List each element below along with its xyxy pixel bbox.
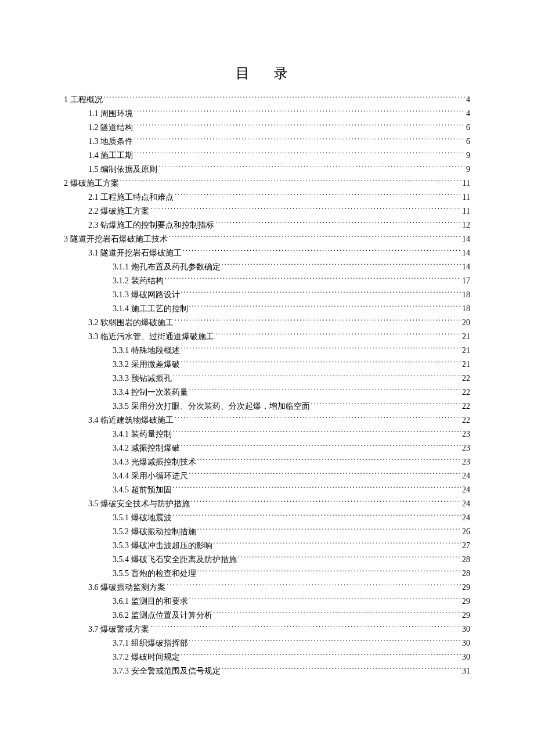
toc-entry-label: 3.5 爆破安全技术与防护措施 — [88, 497, 190, 511]
toc-leader-dots — [189, 470, 461, 478]
toc-entry-page: 24 — [462, 511, 470, 525]
toc-entry: 3.4.3 光爆减振控制技术23 — [64, 455, 470, 469]
toc-leader-dots — [173, 512, 461, 520]
toc-entry-page: 20 — [462, 316, 470, 330]
toc-entry-page: 29 — [462, 609, 470, 622]
toc-entry-page: 18 — [462, 302, 470, 316]
toc-entry-page: 28 — [462, 553, 470, 567]
toc-leader-dots — [175, 415, 461, 423]
toc-leader-dots — [238, 554, 461, 562]
toc-entry-label: 3.1 隧道开挖岩石爆破施工 — [88, 246, 182, 260]
toc-entry-label: 3.4.2 减振控制爆破 — [113, 441, 180, 455]
toc-entry-label: 3.4.1 装药量控制 — [113, 427, 172, 441]
toc-entry: 3.7.2 爆破时间规定30 — [64, 650, 470, 664]
toc-entry-label: 1.1 周围环境 — [88, 107, 133, 121]
toc-entry-label: 3.1.4 施工工艺的控制 — [113, 302, 188, 316]
toc-leader-dots — [173, 429, 461, 437]
toc-entry: 3.6.1 监测目的和要求29 — [64, 595, 470, 609]
toc-entry-page: 30 — [462, 650, 470, 664]
toc-leader-dots — [175, 317, 461, 325]
toc-leader-dots — [197, 456, 461, 465]
toc-entry-page: 29 — [462, 581, 470, 595]
toc-leader-dots — [134, 122, 465, 130]
toc-entry-page: 23 — [462, 455, 470, 469]
toc-entry: 3.1.1 炮孔布置及药孔参数确定14 — [64, 260, 470, 274]
toc-leader-dots — [214, 540, 461, 548]
toc-entry-label: 3.5.2 爆破振动控制措施 — [113, 525, 196, 539]
toc-entry: 3 隧道开挖岩石爆破施工技术14 — [64, 232, 470, 246]
toc-entry-label: 3.3 临近污水管、过街通道爆破施工 — [88, 330, 214, 344]
toc-leader-dots — [175, 192, 461, 200]
toc-entry-label: 2.2 爆破施工方案 — [88, 204, 149, 218]
toc-entry-label: 3.7.2 爆破时间规定 — [113, 650, 180, 664]
toc-entry-label: 2.3 钻爆施工的控制要点和控制指标 — [88, 218, 214, 232]
toc-entry-label: 3.6 爆破振动监测方案 — [88, 581, 165, 595]
toc-entry: 3.4 临近建筑物爆破施工22 — [64, 413, 470, 427]
toc-entry: 3.5 爆破安全技术与防护措施24 — [64, 497, 470, 511]
toc-entry: 3.7 爆破警戒方案30 — [64, 622, 470, 636]
toc-entry-label: 3.7.3 安全警戒范围及信号规定 — [113, 664, 221, 678]
toc-entry-page: 11 — [463, 190, 470, 204]
toc-leader-dots — [134, 150, 465, 158]
toc-entry-page: 27 — [462, 539, 470, 553]
toc-entry: 3.5.1 爆破地震波24 — [64, 511, 470, 525]
toc-entry: 3.4.1 装药量控制23 — [64, 427, 470, 441]
toc-leader-dots — [134, 108, 465, 116]
toc-leader-dots — [134, 136, 465, 144]
toc-entry-page: 22 — [462, 399, 470, 413]
toc-leader-dots — [150, 624, 461, 632]
toc-entry: 3.3.3 预钻减振孔22 — [64, 372, 470, 386]
toc-entry: 3.7.3 安全警戒范围及信号规定31 — [64, 664, 470, 678]
toc-entry-label: 3.2 软弱围岩的爆破施工 — [88, 316, 174, 330]
toc-entry: 1.4 施工工期9 — [64, 149, 470, 163]
toc-entry: 1.1 周围环境4 — [64, 107, 470, 121]
toc-entry: 3.3.1 特殊地段概述21 — [64, 344, 470, 358]
toc-entry-page: 26 — [462, 525, 470, 539]
toc-entry: 2 爆破施工方案11 — [64, 177, 470, 190]
toc-leader-dots — [311, 401, 461, 409]
toc-entry-page: 22 — [462, 386, 470, 399]
toc-leader-dots — [215, 331, 461, 339]
toc-entry-page: 23 — [462, 441, 470, 455]
toc-entry: 2.3 钻爆施工的控制要点和控制指标12 — [64, 218, 470, 232]
toc-entry: 3.1.2 装药结构17 — [64, 274, 470, 288]
toc-entry-page: 29 — [462, 595, 470, 609]
toc-entry-page: 21 — [462, 358, 470, 372]
toc-entry-label: 3.3.2 采用微差爆破 — [113, 358, 180, 372]
toc-entry: 3.1 隧道开挖岩石爆破施工14 — [64, 246, 470, 260]
toc-entry-page: 24 — [462, 497, 470, 511]
toc-entry-label: 3.5.1 爆破地震波 — [113, 511, 172, 525]
toc-leader-dots — [104, 94, 466, 102]
toc-leader-dots — [214, 610, 461, 618]
toc-leader-dots — [181, 345, 461, 353]
toc-entry-page: 9 — [466, 149, 470, 163]
toc-entry-label: 3.6.1 监测目的和要求 — [113, 595, 188, 609]
toc-entry-label: 3.3.4 控制一次装药量 — [113, 386, 188, 399]
toc-entry-label: 3.3.5 采用分次打眼、分次装药、分次起爆，增加临空面 — [113, 399, 310, 413]
toc-entry-page: 4 — [466, 107, 470, 121]
toc-entry-page: 22 — [462, 413, 470, 427]
toc-entry-page: 24 — [462, 483, 470, 497]
toc-entry: 3.5.5 盲炮的检查和处理28 — [64, 567, 470, 581]
toc-entry-label: 3 隧道开挖岩石爆破施工技术 — [64, 232, 168, 246]
toc-entry-label: 1.4 施工工期 — [88, 149, 133, 163]
toc-entry-label: 3.4.5 超前预加固 — [113, 483, 172, 497]
toc-entry-page: 18 — [462, 288, 470, 302]
toc-leader-dots — [197, 526, 461, 534]
toc-entry: 3.4.2 减振控制爆破23 — [64, 441, 470, 455]
toc-entry-label: 3.5.5 盲炮的检查和处理 — [113, 567, 196, 581]
toc-entry-label: 1.3 地质条件 — [88, 135, 133, 149]
toc-entry-page: 21 — [462, 344, 470, 358]
toc-leader-dots — [169, 233, 461, 242]
toc-leader-dots — [189, 596, 461, 604]
toc-entry-label: 3.6.2 监测点位置及计算分析 — [113, 609, 212, 622]
toc-leader-dots — [181, 442, 461, 451]
toc-entry: 2.1 工程施工特点和难点11 — [64, 190, 470, 204]
toc-entry-page: 30 — [462, 636, 470, 650]
toc-entry-label: 3.4 临近建筑物爆破施工 — [88, 413, 174, 427]
toc-leader-dots — [173, 484, 461, 492]
toc-entry-label: 3.5.4 爆破飞石安全距离及防护措施 — [113, 553, 237, 567]
toc-entry-label: 1.5 编制依据及原则 — [88, 163, 157, 177]
toc-entry-page: 6 — [466, 135, 470, 149]
table-of-contents: 1 工程概况41.1 周围环境41.2 隧道结构61.3 地质条件61.4 施工… — [64, 93, 470, 678]
